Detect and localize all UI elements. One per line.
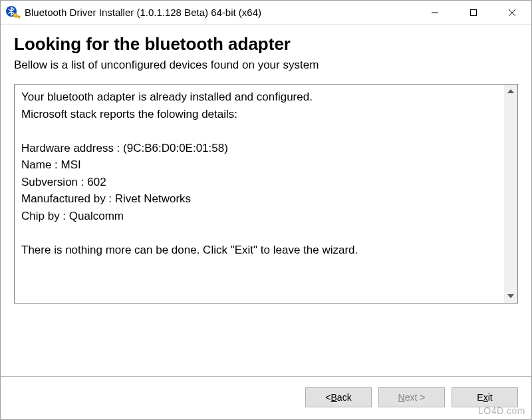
back-prefix: < [325,392,331,403]
scroll-down-icon[interactable] [504,290,517,303]
exit-button[interactable]: Exit [452,387,518,407]
exit-accel: x [483,392,488,403]
back-rest: ack [337,392,352,403]
details-panel: Your bluetooth adapter is already instal… [14,84,518,304]
key-icon [13,13,21,21]
scrollbar[interactable] [504,85,517,303]
titlebar[interactable]: Bluetooth Driver Installer (1.0.1.128 Be… [1,1,531,25]
button-bar: < Back Next > Exit [1,376,531,419]
back-button[interactable]: < Back [305,387,372,407]
svg-rect-4 [471,9,477,15]
exit-rest: it [488,392,493,403]
close-icon [508,9,516,17]
minimize-icon [431,9,439,17]
next-rest: ext > [405,392,426,403]
window-title: Bluetooth Driver Installer (1.0.1.128 Be… [25,7,416,18]
scroll-up-icon[interactable] [504,85,517,98]
app-window: Bluetooth Driver Installer (1.0.1.128 Be… [0,0,532,420]
svg-rect-2 [19,17,19,18]
app-icon [6,6,19,19]
next-button[interactable]: Next > [378,387,445,407]
minimize-button[interactable] [416,1,454,24]
exit-prefix: E [477,392,483,403]
window-controls [416,1,531,24]
next-accel: N [398,392,405,403]
details-text[interactable]: Your bluetooth adapter is already instal… [15,85,504,303]
page-subheading: Bellow is a list of unconfigured devices… [14,59,518,72]
content-area: Looking for the bluetooth adapter Bellow… [1,25,531,376]
back-accel: B [331,392,337,403]
page-heading: Looking for the bluetooth adapter [14,34,518,55]
maximize-icon [469,9,477,17]
close-button[interactable] [493,1,531,24]
maximize-button[interactable] [454,1,493,24]
